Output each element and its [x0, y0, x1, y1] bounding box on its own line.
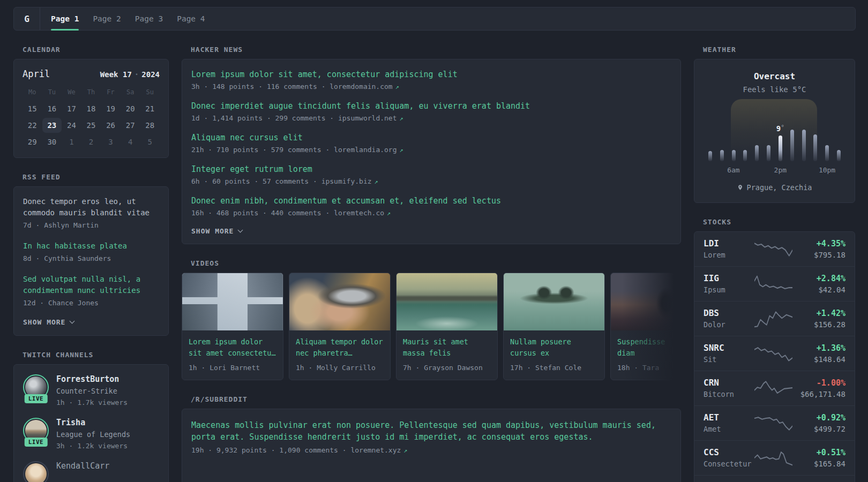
video-thumbnail[interactable] — [504, 273, 604, 330]
show-more-label: SHOW MORE — [191, 227, 234, 235]
hackernews-item-domain[interactable]: loremtech.co — [334, 209, 384, 217]
weather-bar[interactable] — [755, 145, 759, 161]
video-title[interactable]: Mauris sit amet massa felis — [396, 330, 497, 359]
calendar-day[interactable]: 3 — [101, 134, 121, 149]
weather-bar[interactable] — [767, 145, 770, 161]
calendar-day[interactable]: 24 — [62, 118, 81, 133]
nav-tab[interactable]: Page 4 — [170, 7, 212, 30]
video-title[interactable]: Nullam posuere cursus ex — [504, 330, 604, 359]
calendar-day[interactable]: 28 — [140, 118, 160, 133]
video-thumbnail[interactable] — [611, 273, 681, 330]
video-card[interactable]: Nullam posuere cursus ex 17h · Stefan Co… — [503, 273, 605, 380]
weather-bar-fill — [720, 150, 724, 161]
calendar-day[interactable]: 25 — [81, 118, 101, 133]
weather-bar[interactable] — [825, 145, 829, 161]
calendar-day[interactable]: 19 — [101, 101, 121, 116]
rss-item-title[interactable]: In hac habitasse platea — [23, 240, 159, 252]
video-title[interactable]: Lorem ipsum dolor sit amet consectetu… — [182, 330, 283, 359]
video-title[interactable]: Suspendisse diam — [611, 330, 681, 359]
hackernews-item-meta: 3h · 148 points · 116 comments · loremdo… — [191, 82, 671, 92]
dashboard-grid: CALENDAR April Week 17·2024 MoTuWeThFrSa… — [13, 46, 856, 482]
stock-row[interactable]: SNRC Sit +1.36% $148.64 — [694, 336, 855, 371]
stock-row[interactable]: DBS Dolor +1.42% $156.28 — [694, 301, 855, 336]
calendar-day[interactable]: 17 — [62, 101, 81, 116]
rss-item-title[interactable]: Sed volutpat nulla nisl, a condimentum n… — [23, 274, 159, 296]
twitch-channel-row[interactable]: LIVE Trisha League of Legends 3h · 1.2k … — [23, 418, 159, 450]
calendar-day[interactable]: 22 — [23, 118, 42, 133]
weather-bar[interactable] — [743, 150, 747, 161]
subreddit-post-title[interactable]: Maecenas mollis pulvinar erat non posuer… — [191, 419, 671, 443]
stock-row[interactable]: LDI Lorem +4.35% $795.18 — [694, 232, 855, 266]
calendar-day[interactable]: 15 — [23, 101, 42, 116]
rss-widget: RSS FEED Donec tempor eros leo, ut commo… — [13, 173, 169, 336]
calendar-day[interactable]: 30 — [42, 134, 62, 149]
video-card[interactable]: Mauris sit amet massa felis 7h · Grayson… — [396, 273, 498, 380]
calendar-day[interactable]: 29 — [23, 134, 42, 149]
stock-price: $795.18 — [792, 250, 845, 260]
calendar-day[interactable]: 27 — [121, 118, 140, 133]
stock-row[interactable]: CRN Bitcorn -1.00% $66,171.48 — [694, 371, 855, 405]
video-thumbnail[interactable] — [182, 273, 283, 330]
nav-tab[interactable]: Page 3 — [128, 7, 170, 30]
rss-item-meta: 12d · Chance Jones — [23, 298, 159, 307]
rss-panel: Donec tempor eros leo, ut commodo mauris… — [13, 186, 169, 336]
calendar-day[interactable]: 1 — [62, 134, 81, 149]
hackernews-item-meta: 6h · 60 points · 57 comments · ipsumify.… — [191, 177, 671, 186]
stock-price: $156.28 — [792, 320, 845, 329]
stock-row[interactable]: AHS +0.46% — [694, 475, 855, 482]
hackernews-item-domain[interactable]: loremlandia.org — [334, 146, 396, 154]
calendar-day[interactable]: 5 — [140, 134, 160, 149]
external-link-icon: ↗ — [397, 146, 403, 154]
rss-show-more-button[interactable]: SHOW MORE — [23, 318, 74, 326]
calendar-day[interactable]: 26 — [101, 118, 121, 133]
subreddit-post-domain[interactable]: loremnet.xyz — [350, 446, 401, 454]
weather-bar[interactable] — [720, 150, 724, 161]
calendar-day[interactable]: 21 — [140, 101, 160, 116]
weather-bar[interactable]: 9° — [779, 135, 782, 161]
weather-bar[interactable] — [837, 150, 841, 161]
hackernews-item-title[interactable]: Donec enim nibh, condimentum et accumsan… — [191, 195, 671, 207]
weather-bar[interactable] — [790, 130, 794, 161]
nav-tab[interactable]: Page 2 — [86, 7, 128, 30]
weather-bar[interactable] — [802, 130, 806, 161]
hackernews-item-title[interactable]: Lorem ipsum dolor sit amet, consectetur … — [191, 69, 671, 80]
calendar-day[interactable]: 4 — [121, 134, 140, 149]
calendar-day[interactable]: 2 — [81, 134, 101, 149]
twitch-channel-row[interactable]: LIVE ForrestBurton Counter-Strike 1h · 1… — [23, 374, 159, 407]
hackernews-item-title[interactable]: Aliquam nec cursus elit — [191, 132, 671, 144]
nav-tab[interactable]: Page 1 — [44, 7, 86, 30]
hackernews-item-domain[interactable]: loremdomain.com — [330, 82, 392, 91]
twitch-channel-row[interactable]: LIVE KendallCarr — [23, 461, 159, 482]
calendar-day[interactable]: 16 — [42, 101, 62, 116]
weather-bar[interactable] — [813, 134, 817, 161]
video-card[interactable]: Suspendisse diam 18h · Tara — [610, 273, 681, 380]
stock-row[interactable]: IIG Ipsum +2.84% $42.04 — [694, 266, 855, 301]
calendar-day[interactable]: 23 — [42, 118, 62, 133]
video-card[interactable]: Lorem ipsum dolor sit amet consectetu… 1… — [182, 273, 283, 380]
calendar-day[interactable]: 20 — [121, 101, 140, 116]
live-badge: LIVE — [25, 438, 48, 447]
hackernews-item-title[interactable]: Integer eget rutrum lorem — [191, 164, 671, 175]
stock-row[interactable]: AET Amet +0.92% $499.72 — [694, 405, 855, 440]
hackernews-show-more-button[interactable]: SHOW MORE — [191, 227, 242, 235]
video-title[interactable]: Aliquam tempor dolor nec pharetra… — [289, 330, 390, 359]
stock-row[interactable]: CCS Consectetur +0.51% $165.84 — [694, 440, 855, 475]
hackernews-item: Aliquam nec cursus elit 21h · 710 points… — [191, 132, 671, 155]
weather-location[interactable]: Prague, Czechia — [705, 183, 844, 192]
subreddit-section-title: /R/SUBREDDIT — [191, 395, 681, 403]
twitch-channel-info: KendallCarr — [56, 461, 109, 482]
subreddit-post: Maecenas mollis pulvinar erat non posuer… — [191, 419, 671, 455]
video-thumbnail[interactable] — [289, 273, 390, 330]
rss-item-title[interactable]: Donec tempor eros leo, ut commodo mauris… — [23, 196, 159, 219]
calendar-panel: April Week 17·2024 MoTuWeThFrSaSu 151617… — [13, 59, 169, 158]
nav-tabs: Page 1 Page 2 Page 3 Page 4 — [44, 7, 212, 30]
hackernews-item-title[interactable]: Donec imperdiet augue tincidunt felis al… — [191, 101, 671, 112]
video-card[interactable]: Aliquam tempor dolor nec pharetra… 1h · … — [289, 273, 391, 380]
weather-bar[interactable] — [732, 150, 736, 161]
video-thumbnail[interactable] — [396, 273, 497, 330]
app-logo[interactable]: G — [14, 7, 40, 30]
calendar-day[interactable]: 18 — [81, 101, 101, 116]
hackernews-item-domain[interactable]: ipsumworld.net — [338, 114, 397, 122]
hackernews-item-domain[interactable]: ipsumify.biz — [321, 177, 372, 185]
weather-bar[interactable] — [708, 151, 712, 161]
